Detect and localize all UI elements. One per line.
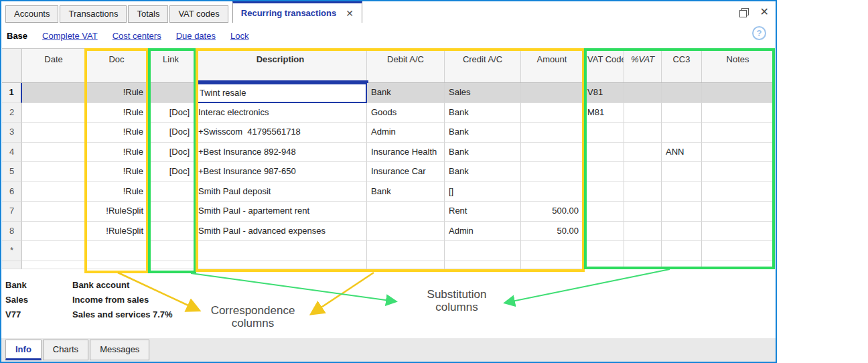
tab-close-icon[interactable]: ✕: [346, 4, 354, 23]
cell-amount[interactable]: [521, 143, 583, 163]
cell-vat-code[interactable]: [583, 261, 624, 269]
cell-debit-ac[interactable]: Insurance Car: [367, 162, 445, 182]
header-debit-ac[interactable]: Debit A/C: [367, 49, 445, 82]
cell-cc3[interactable]: [662, 123, 702, 143]
tab-totals[interactable]: Totals: [128, 5, 168, 23]
cell-credit-ac[interactable]: Bank: [445, 103, 521, 123]
cell-cc3[interactable]: [662, 162, 702, 182]
cell-date[interactable]: [22, 261, 86, 269]
table-row[interactable]: 2 !Rule [Doc] Interac electronics Goods …: [2, 103, 774, 123]
cell-amount[interactable]: [521, 241, 583, 261]
cell-debit-ac[interactable]: [367, 241, 445, 261]
header-credit-ac[interactable]: Credit A/C: [445, 49, 521, 82]
cell-cc3[interactable]: [662, 182, 702, 202]
cell-date[interactable]: [22, 222, 86, 242]
cell-link[interactable]: [148, 202, 194, 222]
cell-debit-ac[interactable]: Insurance Health: [367, 143, 445, 163]
cell-vat-code[interactable]: M81: [583, 103, 624, 123]
cell-date[interactable]: [22, 162, 86, 182]
cell-amount[interactable]: [521, 83, 583, 103]
header-cc3[interactable]: CC3: [662, 49, 702, 82]
cell-date[interactable]: [22, 83, 86, 103]
bottom-tab-messages[interactable]: Messages: [90, 340, 149, 360]
cell-vat-code[interactable]: [583, 143, 624, 163]
cell-percent-vat[interactable]: [624, 241, 662, 261]
cell-doc[interactable]: !Rule: [86, 162, 148, 182]
cell-amount[interactable]: [521, 103, 583, 123]
cell-notes[interactable]: [702, 143, 774, 163]
window-close-icon[interactable]: ✕: [760, 7, 769, 17]
cell-description[interactable]: Interac electronics: [194, 103, 367, 123]
cell-amount[interactable]: 500.00: [521, 202, 583, 222]
cell-doc[interactable]: !RuleSplit: [86, 202, 148, 222]
row-number-cell[interactable]: 4: [2, 143, 22, 163]
header-amount[interactable]: Amount: [521, 49, 583, 82]
cell-amount[interactable]: [521, 182, 583, 202]
cell-percent-vat[interactable]: [624, 222, 662, 242]
row-number-cell[interactable]: 5: [2, 162, 22, 182]
cell-notes[interactable]: [702, 261, 774, 269]
cell-description[interactable]: +Best Insurance 987-650: [194, 162, 367, 182]
table-row[interactable]: 1 !Rule Twint resale Bank Sales V81: [2, 83, 774, 103]
row-number-cell[interactable]: 3: [2, 123, 22, 143]
cell-amount[interactable]: [521, 261, 583, 269]
cell-vat-code[interactable]: [583, 162, 624, 182]
header-percent-vat[interactable]: %VAT: [624, 49, 662, 82]
cell-link[interactable]: [Doc]: [148, 123, 194, 143]
view-link-due-dates[interactable]: Due dates: [176, 31, 216, 41]
table-row[interactable]: *: [2, 241, 774, 261]
cell-notes[interactable]: [702, 103, 774, 123]
cell-vat-code[interactable]: [583, 182, 624, 202]
table-row[interactable]: 6 !Rule Smith Paul deposit Bank []: [2, 182, 774, 202]
cell-credit-ac[interactable]: [445, 261, 521, 269]
cell-doc[interactable]: !Rule: [86, 123, 148, 143]
cell-vat-code[interactable]: V81: [583, 83, 624, 103]
cell-notes[interactable]: [702, 83, 774, 103]
window-restore-icon[interactable]: [739, 8, 748, 17]
cell-cc3[interactable]: [662, 202, 702, 222]
cell-link[interactable]: [148, 261, 194, 269]
cell-doc[interactable]: [86, 241, 148, 261]
row-number-cell[interactable]: 1: [2, 83, 22, 103]
cell-cc3[interactable]: [662, 222, 702, 242]
view-link-lock[interactable]: Lock: [230, 31, 248, 41]
cell-vat-code[interactable]: [583, 202, 624, 222]
help-icon[interactable]: ?: [752, 26, 766, 40]
header-notes[interactable]: Notes: [702, 49, 774, 82]
cell-debit-ac[interactable]: Bank: [367, 182, 445, 202]
cell-doc[interactable]: !RuleSplit: [86, 222, 148, 242]
cell-notes[interactable]: [702, 241, 774, 261]
cell-debit-ac[interactable]: [367, 222, 445, 242]
tab-vat-codes[interactable]: VAT codes: [169, 5, 228, 23]
cell-notes[interactable]: [702, 123, 774, 143]
cell-amount[interactable]: [521, 123, 583, 143]
cell-credit-ac[interactable]: Bank: [445, 123, 521, 143]
cell-doc[interactable]: !Rule: [86, 182, 148, 202]
cell-percent-vat[interactable]: [624, 83, 662, 103]
cell-date[interactable]: [22, 143, 86, 163]
cell-percent-vat[interactable]: [624, 143, 662, 163]
cell-description[interactable]: Smith Paul - apartement rent: [194, 202, 367, 222]
table-row[interactable]: 7 !RuleSplit Smith Paul - apartement ren…: [2, 202, 774, 222]
cell-description[interactable]: Twint resale: [194, 83, 367, 103]
cell-date[interactable]: [22, 202, 86, 222]
cell-vat-code[interactable]: [583, 241, 624, 261]
cell-debit-ac[interactable]: Bank: [367, 83, 445, 103]
cell-link[interactable]: [Doc]: [148, 162, 194, 182]
row-number-cell[interactable]: 6: [2, 182, 22, 202]
row-number-cell[interactable]: 8: [2, 222, 22, 242]
bottom-tab-charts[interactable]: Charts: [43, 340, 88, 360]
cell-credit-ac[interactable]: Bank: [445, 143, 521, 163]
cell-debit-ac[interactable]: Goods: [367, 103, 445, 123]
cell-cc3[interactable]: [662, 83, 702, 103]
table-row[interactable]: 8 !RuleSplit Smith Paul - advanced expen…: [2, 222, 774, 242]
cell-debit-ac[interactable]: [367, 261, 445, 269]
cell-credit-ac[interactable]: [445, 241, 521, 261]
view-link-complete-vat[interactable]: Complete VAT: [42, 31, 98, 41]
bottom-tab-info[interactable]: Info: [5, 340, 42, 360]
cell-percent-vat[interactable]: [624, 182, 662, 202]
row-number-cell[interactable]: 2: [2, 103, 22, 123]
cell-description[interactable]: [194, 261, 367, 269]
cell-link[interactable]: [Doc]: [148, 143, 194, 163]
cell-date[interactable]: [22, 182, 86, 202]
